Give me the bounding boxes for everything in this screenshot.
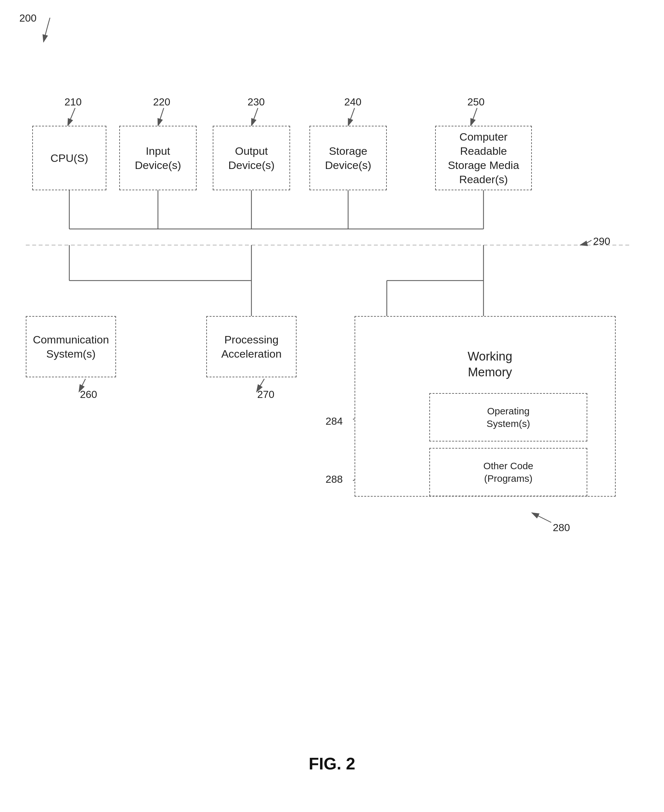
ref-label-230: 230 <box>247 96 265 108</box>
comm-system-label: CommunicationSystem(s) <box>33 333 109 361</box>
ref-label-220: 220 <box>153 96 170 108</box>
ref-label-260: 260 <box>80 388 97 401</box>
storage-device-box: StorageDevice(s) <box>309 126 387 190</box>
figure-caption: FIG. 2 <box>0 754 664 773</box>
ref-label-270: 270 <box>257 388 274 401</box>
ref-label-284: 284 <box>325 415 343 427</box>
input-device-label: InputDevice(s) <box>135 144 181 172</box>
computer-readable-label: ComputerReadableStorage MediaReader(s) <box>448 130 519 187</box>
ref-label-250: 250 <box>467 96 485 108</box>
os-label: OperatingSystem(s) <box>487 405 530 430</box>
input-device-box: InputDevice(s) <box>119 126 197 190</box>
ref-label-288: 288 <box>325 473 343 485</box>
computer-readable-box: ComputerReadableStorage MediaReader(s) <box>435 126 532 190</box>
processing-accel-label: ProcessingAcceleration <box>221 333 282 361</box>
ref-label-280: 280 <box>553 522 570 534</box>
output-device-box: OutputDevice(s) <box>213 126 290 190</box>
ref-label-200: 200 <box>20 12 36 24</box>
working-memory-box: WorkingMemory OperatingSystem(s) Other C… <box>355 316 616 497</box>
other-code-label: Other Code(Programs) <box>483 460 533 485</box>
ref-label-240: 240 <box>344 96 361 108</box>
processing-accel-box: ProcessingAcceleration <box>206 316 296 377</box>
comm-system-box: CommunicationSystem(s) <box>26 316 116 377</box>
ref-label-290: 290 <box>593 235 610 247</box>
ref-label-210: 210 <box>65 96 81 108</box>
os-box: OperatingSystem(s) <box>430 393 587 442</box>
cpu-box: CPU(S) <box>32 126 106 190</box>
working-memory-label: WorkingMemory <box>468 350 513 379</box>
cpu-label: CPU(S) <box>50 151 88 165</box>
other-code-box: Other Code(Programs) <box>430 448 587 496</box>
storage-device-label: StorageDevice(s) <box>325 144 371 172</box>
output-device-label: OutputDevice(s) <box>228 144 275 172</box>
